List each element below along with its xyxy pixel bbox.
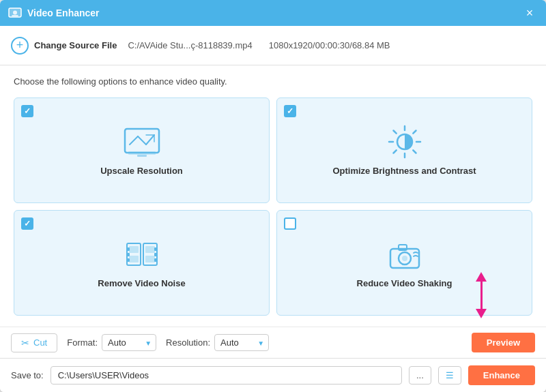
format-select-wrapper: Auto MP4 AVI MOV <box>102 334 156 351</box>
option-label-brightness: Optimize Brightness and Contrast <box>332 166 476 176</box>
option-card-upscale[interactable]: Upscale Resolution <box>14 97 270 203</box>
svg-rect-29 <box>154 253 157 256</box>
svg-rect-25 <box>127 247 130 251</box>
svg-rect-3 <box>128 151 156 155</box>
change-source-button[interactable]: + Change Source File <box>11 37 117 55</box>
format-label: Format: <box>67 337 98 348</box>
close-button[interactable]: × <box>521 5 538 21</box>
format-select[interactable]: Auto MP4 AVI MOV <box>102 334 156 351</box>
folder-icon: ☰ <box>446 370 454 380</box>
svg-line-16 <box>413 150 416 153</box>
option-card-noise[interactable]: Remove Video Noise <box>14 210 270 316</box>
svg-line-6 <box>138 136 146 145</box>
svg-line-7 <box>146 135 154 145</box>
svg-rect-27 <box>127 258 130 262</box>
svg-rect-24 <box>145 256 155 262</box>
svg-line-18 <box>393 150 396 153</box>
svg-point-1 <box>13 11 17 15</box>
app-icon <box>8 6 22 20</box>
preview-button[interactable]: Preview <box>472 333 535 352</box>
window-title: Video Enhancer <box>27 7 521 18</box>
subtitle: Choose the following options to enhance … <box>14 76 532 87</box>
svg-rect-21 <box>129 256 139 262</box>
option-label-shaking: Reduce Video Shaking <box>357 278 452 288</box>
checkbox-noise[interactable] <box>21 217 33 230</box>
svg-rect-20 <box>129 246 139 253</box>
scissors-icon: ✂ <box>21 337 29 348</box>
svg-rect-26 <box>127 253 130 256</box>
bottom-bar: Save to: ... ☰ Enhance <box>0 358 546 392</box>
folder-button[interactable]: ☰ <box>438 366 461 385</box>
svg-line-17 <box>413 131 416 134</box>
resolution-item: Resolution: Auto 720p 1080p 4K <box>166 334 269 351</box>
upscale-icon <box>121 125 162 159</box>
svg-rect-30 <box>154 258 157 262</box>
dots-button[interactable]: ... <box>409 366 431 385</box>
save-to-label: Save to: <box>11 370 44 380</box>
svg-point-33 <box>402 256 407 261</box>
cut-label: Cut <box>33 337 47 348</box>
option-label-noise: Remove Video Noise <box>98 278 185 288</box>
svg-rect-4 <box>137 155 147 157</box>
checkbox-brightness[interactable] <box>284 105 296 117</box>
checkbox-shaking[interactable] <box>284 217 296 230</box>
option-card-brightness[interactable]: Optimize Brightness and Contrast <box>276 97 532 203</box>
noise-icon <box>121 237 162 271</box>
option-card-shaking[interactable]: Reduce Video Shaking <box>276 210 532 316</box>
svg-line-5 <box>130 136 138 145</box>
cut-button[interactable]: ✂ Cut <box>11 333 57 352</box>
change-source-label: Change Source File <box>34 40 117 50</box>
brightness-icon <box>384 125 425 159</box>
resolution-select[interactable]: Auto 720p 1080p 4K <box>214 334 269 351</box>
content-area: Choose the following options to enhance … <box>0 65 546 327</box>
save-path-input[interactable] <box>51 366 402 385</box>
resolution-select-wrapper: Auto 720p 1080p 4K <box>214 334 269 351</box>
plus-icon: + <box>11 37 29 55</box>
svg-line-15 <box>393 131 396 134</box>
shaking-icon <box>384 237 425 271</box>
source-bar: + Change Source File C:/AVAide Stu...ç-8… <box>0 26 546 65</box>
format-item: Format: Auto MP4 AVI MOV <box>67 334 156 351</box>
toolbar-bar: ✂ Cut Format: Auto MP4 AVI MOV Resolutio… <box>0 327 546 358</box>
titlebar: Video Enhancer × <box>0 0 546 26</box>
enhance-button[interactable]: Enhance <box>468 365 535 385</box>
source-filename: C:/AVAide Stu...ç-8118839.mp4 <box>128 40 252 50</box>
svg-rect-28 <box>154 247 157 251</box>
source-meta: 1080x1920/00:00:30/68.84 MB <box>269 40 390 50</box>
options-grid: Upscale Resolution <box>14 97 532 316</box>
resolution-label: Resolution: <box>166 337 210 348</box>
checkbox-upscale[interactable] <box>21 105 33 117</box>
option-label-upscale: Upscale Resolution <box>100 166 183 176</box>
svg-rect-23 <box>145 246 155 253</box>
